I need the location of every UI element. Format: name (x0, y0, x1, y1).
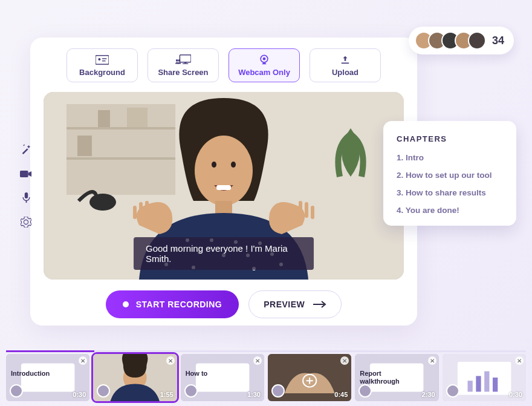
chapter-item[interactable]: 2. How to set up our tool (397, 171, 503, 180)
clip-avatar (184, 384, 198, 398)
svg-point-7 (176, 59, 178, 62)
close-icon[interactable]: ✕ (515, 356, 524, 365)
share-screen-button[interactable]: Share Screen (148, 48, 219, 82)
upload-button[interactable]: Upload (310, 48, 381, 82)
chapter-item[interactable]: 4. You are done! (397, 206, 503, 215)
svg-rect-13 (24, 192, 27, 198)
share-screen-icon (175, 54, 191, 65)
start-recording-button[interactable]: START RECORDING (106, 290, 239, 318)
timeline-clip[interactable]: ✕ Report walkthrough 2:30 (355, 354, 438, 401)
svg-rect-60 (467, 381, 472, 391)
svg-rect-11 (342, 62, 349, 64)
svg-point-24 (212, 162, 216, 168)
timeline-clip[interactable]: ✕ 0:30 (443, 354, 526, 401)
tool-label: Webcam Only (238, 68, 290, 77)
svg-point-25 (231, 162, 236, 168)
record-label: START RECORDING (136, 300, 222, 309)
avatar (468, 31, 486, 50)
record-dot-icon (123, 301, 129, 307)
participants-pill[interactable]: 34 (409, 27, 514, 54)
svg-point-8 (178, 59, 181, 62)
svg-rect-44 (311, 206, 314, 219)
svg-rect-46 (299, 201, 302, 218)
svg-rect-41 (133, 206, 137, 219)
live-caption: Good morning everyone ! I'm Maria Smith. (134, 237, 314, 270)
svg-rect-6 (183, 63, 188, 64)
timeline-clip[interactable]: ✕ 1:55 (93, 354, 177, 401)
svg-point-10 (263, 57, 266, 60)
clip-duration: 0:30 (509, 391, 522, 398)
svg-rect-61 (476, 376, 481, 391)
clip-title: Introduction (11, 370, 50, 378)
webcam-preview: Good morning everyone ! I'm Maria Smith. (44, 92, 404, 280)
svg-rect-0 (96, 55, 109, 64)
svg-rect-45 (305, 202, 308, 218)
clip-duration: 0:30 (73, 391, 86, 398)
webcam-area: Good morning everyone ! I'm Maria Smith. (44, 92, 404, 280)
timeline-progress-track[interactable] (6, 350, 526, 352)
svg-rect-2 (102, 58, 106, 59)
timeline-progress-fill (6, 350, 94, 352)
microphone-icon[interactable] (19, 191, 33, 205)
svg-point-23 (195, 136, 253, 206)
action-row: START RECORDING PREVIEW (44, 290, 404, 318)
webcam-icon (259, 54, 270, 65)
participant-avatars (415, 31, 486, 50)
svg-rect-63 (493, 378, 498, 391)
chapter-item[interactable]: 3. How to share results (397, 188, 503, 197)
timeline-clip[interactable]: ✕ Introduction 0:30 (6, 354, 89, 401)
close-icon[interactable]: ✕ (428, 356, 436, 365)
clip-avatar (271, 384, 285, 398)
chapter-item[interactable]: 1. Intro (397, 153, 503, 162)
timeline-clip[interactable]: ✕ 0:45 (268, 354, 351, 401)
clip-title: Report walkthrough (360, 370, 399, 385)
participant-count: 34 (492, 34, 504, 47)
svg-rect-12 (20, 171, 28, 177)
svg-rect-20 (98, 110, 110, 127)
svg-rect-21 (127, 108, 148, 127)
tool-label: Upload (332, 68, 358, 77)
timeline[interactable]: ✕ Introduction 0:30 ✕ 1:55 ✕ How to 1:30… (6, 350, 526, 401)
upload-icon (340, 54, 350, 65)
svg-rect-5 (184, 62, 187, 63)
svg-rect-4 (180, 54, 191, 62)
chapters-panel: CHAPTERS 1. Intro 2. How to set up our t… (383, 121, 516, 226)
webcam-only-button[interactable]: Webcam Only (229, 48, 300, 82)
svg-rect-42 (139, 202, 143, 218)
clip-duration: 1:55 (160, 391, 174, 398)
svg-rect-43 (145, 201, 149, 218)
chapters-heading: CHAPTERS (397, 134, 503, 143)
svg-rect-19 (77, 136, 92, 156)
preview-button[interactable]: PREVIEW (248, 290, 342, 318)
svg-point-1 (98, 58, 100, 61)
side-tools (19, 143, 33, 229)
camera-icon[interactable] (19, 167, 33, 180)
svg-rect-3 (102, 60, 106, 61)
svg-rect-26 (216, 185, 231, 190)
tool-label: Background (79, 68, 125, 77)
clip-title: How to (186, 370, 208, 378)
svg-rect-62 (484, 372, 489, 392)
magic-wand-icon[interactable] (19, 143, 33, 156)
recorder-card: Background Share Screen Webcam Only Uplo… (30, 38, 417, 326)
timeline-clip[interactable]: ✕ How to 1:30 (181, 354, 264, 401)
source-toolbar: Background Share Screen Webcam Only Uplo… (44, 48, 404, 82)
clip-duration: 2:30 (422, 391, 435, 398)
id-card-icon (96, 54, 109, 65)
close-icon[interactable]: ✕ (166, 356, 175, 365)
arrow-right-icon (313, 301, 326, 308)
close-icon[interactable]: ✕ (253, 356, 262, 365)
clip-duration: 1:30 (247, 391, 261, 398)
svg-point-22 (89, 194, 116, 211)
svg-rect-14 (25, 201, 27, 203)
gear-icon[interactable] (19, 215, 33, 229)
clip-avatar (10, 384, 23, 398)
chapters-list: 1. Intro 2. How to set up our tool 3. Ho… (397, 153, 503, 215)
preview-label: PREVIEW (264, 300, 305, 309)
tool-label: Share Screen (158, 68, 208, 77)
background-button[interactable]: Background (66, 48, 138, 82)
clip-duration: 0:45 (334, 391, 348, 398)
clip-avatar (446, 384, 459, 398)
